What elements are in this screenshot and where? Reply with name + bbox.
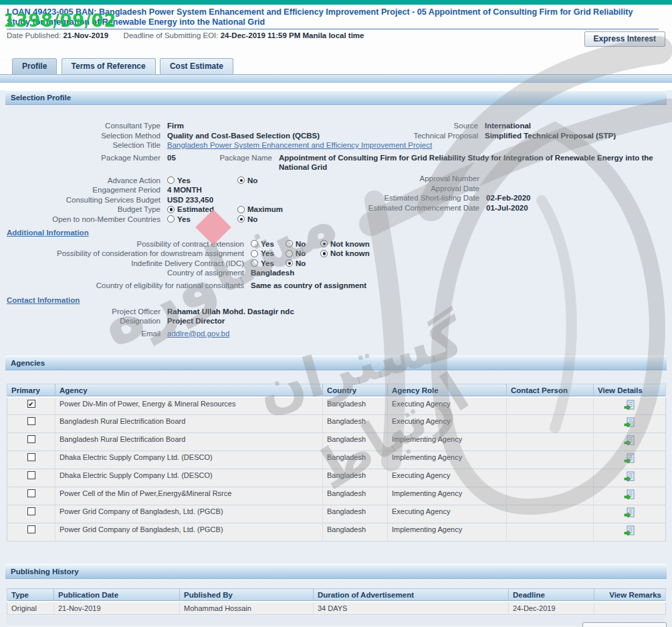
date-published-value: 21-Nov-2019 — [63, 31, 108, 39]
tab-cost-estimate[interactable]: Cost Estimate — [160, 58, 233, 74]
idc-no-radio[interactable] — [286, 259, 293, 267]
additional-information-link[interactable]: Additional Information — [7, 229, 89, 237]
primary-checkbox[interactable] — [27, 525, 35, 533]
approval-date-label: Approval Date — [359, 184, 479, 193]
selection-method-label: Selection Method — [7, 131, 160, 140]
selection-title-link[interactable]: Bangladesh Power System Enhancement and … — [167, 140, 432, 150]
primary-checkbox[interactable] — [27, 471, 35, 479]
contract-extension-notknown-label: Not known — [330, 239, 370, 249]
agency-country: Bangladesh — [323, 433, 388, 451]
publish-deadline: 24-Dec-2019 — [509, 602, 594, 615]
view-details-icon[interactable] — [624, 471, 635, 482]
agency-role: Executing Agency — [388, 397, 507, 415]
downstream-yes-radio[interactable] — [251, 250, 258, 257]
agencies-section-header: Agencies — [5, 356, 667, 370]
primary-checkbox[interactable] — [27, 435, 35, 443]
downstream-notknown-radio[interactable] — [320, 250, 328, 257]
consultant-type-label: Consultant Type — [7, 121, 160, 130]
idc-radio-group: Yes No — [251, 259, 310, 268]
designation-value: Project Director — [167, 316, 225, 326]
approval-number-label: Approval Number — [359, 174, 479, 183]
publish-date: 21-Nov-2019 — [54, 602, 180, 615]
col-agency: Agency — [55, 384, 323, 397]
commencement-date-value: 01-Jul-2020 — [486, 203, 528, 213]
view-details-icon[interactable] — [624, 400, 635, 410]
col-deadline: Deadline — [509, 589, 594, 602]
contract-extension-yes-radio[interactable] — [251, 240, 258, 247]
agency-country: Bangladesh — [323, 415, 388, 433]
budget-type-maximum-radio[interactable] — [237, 206, 245, 213]
col-contact-person: Contact Person — [507, 384, 594, 397]
agency-contact — [507, 469, 594, 487]
agency-contact — [507, 505, 594, 523]
agency-name: Power Cell of the Min of Pwer,Energy&Min… — [55, 487, 323, 505]
primary-checkbox[interactable] — [27, 507, 35, 515]
open-non-member-label: Open to non-Member Countries — [7, 215, 160, 224]
table-row: Dhaka Electric Supply Company Ltd. (DESC… — [7, 469, 666, 487]
agency-contact — [507, 433, 594, 451]
express-interest-button-bottom-partial[interactable] — [582, 622, 667, 627]
table-row: Bangladesh Rural Electrification Board B… — [7, 415, 666, 433]
tab-bar: Profile Terms of Reference Cost Estimate — [0, 58, 672, 74]
agency-contact — [507, 451, 594, 469]
table-row: Original 21-Nov-2019 Mohammad Hossain 34… — [7, 602, 666, 615]
agency-name: Dhaka Electric Supply Company Ltd. (DESC… — [55, 451, 323, 469]
col-view-remarks: View Remarks — [594, 589, 666, 602]
eligibility-value: Same as country of assignment — [251, 281, 366, 290]
downstream-no-radio[interactable] — [286, 250, 293, 257]
express-interest-button[interactable]: Express Interest — [584, 31, 665, 47]
country-assignment-value: Bangladesh — [251, 268, 294, 277]
view-details-icon[interactable] — [624, 525, 635, 536]
engagement-period-value: 4 MONTH — [167, 185, 202, 195]
selection-profile-right-col-bottom: Approval Number Approval Date Estimated … — [359, 174, 530, 213]
publishing-history-section-header: Publishing History — [5, 564, 667, 579]
agency-country: Bangladesh — [323, 505, 388, 523]
view-details-icon[interactable] — [624, 507, 635, 518]
source-value: International — [485, 121, 531, 130]
shortlist-date-value: 02-Feb-2020 — [486, 193, 530, 203]
view-details-icon[interactable] — [624, 453, 635, 464]
primary-checkbox[interactable]: ✔ — [27, 400, 35, 408]
email-link[interactable]: addlre@pd.gov.bd — [167, 329, 229, 338]
tab-strip — [0, 74, 672, 83]
deadline-label: Deadline of Submitting EOI: — [124, 31, 219, 39]
primary-checkbox[interactable] — [27, 417, 35, 425]
idc-label: Indefinite Delivery Contract (IDC) — [7, 259, 244, 268]
contract-extension-notknown-radio[interactable] — [320, 240, 328, 247]
table-row: Power Grid Company of Bangladesh, Ltd. (… — [7, 505, 666, 523]
idc-yes-radio[interactable] — [251, 259, 258, 267]
publish-by: Mohammad Hossain — [180, 602, 314, 615]
agencies-table: Primary Agency Country Agency Role Conta… — [7, 384, 666, 542]
publishing-header-row: Type Publication Date Published By Durat… — [7, 589, 666, 602]
package-name-value: Appointment of Consulting Firm for Grid … — [279, 153, 653, 172]
shortlist-date-label: Estimated Short-listing Date — [359, 193, 479, 203]
downstream-label: Possibility of consideration for downstr… — [7, 249, 244, 258]
publish-remarks — [594, 602, 666, 615]
primary-checkbox[interactable] — [27, 453, 35, 461]
open-non-member-yes-radio[interactable] — [167, 215, 175, 223]
advance-action-no-label: No — [247, 176, 257, 185]
view-details-icon[interactable] — [624, 489, 635, 500]
open-non-member-yes-label: Yes — [177, 215, 191, 224]
agency-country: Bangladesh — [323, 397, 388, 415]
technical-proposal-value: Simplified Technical Proposal (STP) — [485, 131, 616, 140]
tab-profile[interactable]: Profile — [12, 58, 57, 74]
view-details-icon[interactable] — [624, 417, 635, 428]
col-duration: Duration of Advertisement — [314, 589, 509, 602]
view-details-icon[interactable] — [624, 435, 635, 446]
contact-information-link[interactable]: Contact Information — [7, 296, 80, 304]
commencement-date-label: Estimated Commencement Date — [359, 203, 479, 213]
primary-checkbox[interactable] — [27, 489, 35, 497]
contract-extension-no-radio[interactable] — [286, 240, 293, 247]
project-officer-value: Rahamat Ullah Mohd. Dastagir ndc — [167, 307, 294, 316]
contract-extension-yes-label: Yes — [261, 239, 274, 249]
advance-action-yes-radio[interactable] — [167, 176, 175, 184]
tab-terms-of-reference[interactable]: Terms of Reference — [62, 58, 156, 74]
budget-type-estimated-radio[interactable] — [167, 206, 175, 213]
col-country: Country — [323, 384, 388, 397]
email-label: Email — [7, 329, 160, 338]
publish-type: Original — [7, 602, 54, 615]
advance-action-no-radio[interactable] — [237, 176, 245, 184]
downstream-radio-group: Yes No Not known — [251, 249, 374, 258]
open-non-member-no-radio[interactable] — [237, 215, 245, 223]
